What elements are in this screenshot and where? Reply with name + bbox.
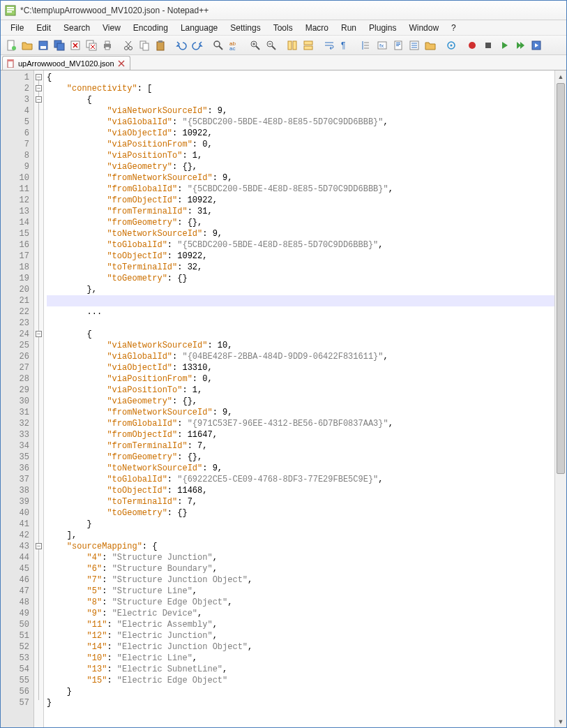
code-line[interactable]: "4": "Structure Junction", [47, 552, 566, 563]
code-line[interactable]: } [47, 697, 566, 708]
copy-icon[interactable] [137, 38, 152, 53]
menu-view[interactable]: View [97, 22, 126, 34]
record-macro-icon[interactable] [464, 38, 480, 53]
fold-toggle[interactable]: − [36, 74, 42, 80]
word-wrap-icon[interactable] [322, 38, 337, 53]
code-line[interactable]: "toGeometry": {} [47, 507, 566, 519]
fold-toggle[interactable]: − [36, 85, 42, 91]
indent-guide-icon[interactable] [358, 38, 374, 53]
code-line[interactable]: "toObjectId": 11468, [47, 485, 566, 496]
folder-icon[interactable] [423, 38, 438, 53]
code-line[interactable]: "toObjectId": 10922, [47, 251, 566, 262]
save-icon[interactable] [36, 38, 51, 53]
code-line[interactable]: "toNetworkSourceId": 9, [47, 463, 566, 474]
code-line[interactable]: "fromGlobalId": "{971C53E7-96EE-4312-BE5… [47, 418, 566, 429]
code-line[interactable]: "viaObjectId": 10922, [47, 128, 566, 139]
sync-h-icon[interactable] [301, 38, 316, 53]
code-line[interactable]: "viaGeometry": {}, [47, 396, 566, 407]
play-macro-icon[interactable] [497, 38, 512, 53]
code-line[interactable]: "connectivity": [ [47, 83, 566, 94]
code-line[interactable]: "viaPositionFrom": 0, [47, 373, 566, 385]
menu-edit[interactable]: Edit [31, 22, 56, 34]
menu-encoding[interactable]: Encoding [128, 22, 174, 34]
code-line[interactable]: "9": "Electric Device", [47, 608, 566, 619]
new-file-icon[interactable] [3, 38, 19, 53]
code-line[interactable]: "viaGlobalId": "{04BE428F-2BBA-484D-9DD9… [47, 351, 566, 362]
close-icon[interactable] [68, 38, 83, 53]
code-line[interactable]: "viaObjectId": 13310, [47, 362, 566, 373]
code-line[interactable]: "fromTerminalId": 7, [47, 440, 566, 452]
menu-[interactable]: ? [446, 22, 462, 34]
save-all-icon[interactable] [52, 38, 67, 53]
code-line[interactable] [47, 318, 566, 329]
code-line[interactable]: }, [47, 284, 566, 295]
scroll-down-icon[interactable]: ▼ [555, 715, 566, 727]
menu-file[interactable]: File [5, 22, 29, 34]
code-line[interactable]: "toGlobalId": "{69222CE5-CE09-4768-8DF3-… [47, 474, 566, 485]
fold-gutter[interactable]: −−−−− [34, 70, 44, 727]
code-line[interactable]: "11": "Electric Assembly", [47, 619, 566, 630]
code-line[interactable]: "12": "Electric Junction", [47, 630, 566, 641]
code-line[interactable]: { [47, 329, 566, 340]
code-line[interactable]: "viaGlobalId": "{5CBDC200-5BDE-4E8D-8E85… [47, 117, 566, 128]
scrollbar-vertical[interactable]: ▲ ▼ [554, 70, 566, 727]
code-line[interactable]: "14": "Electric Junction Object", [47, 641, 566, 653]
code-line[interactable]: "viaPositionFrom": 0, [47, 139, 566, 150]
code-line[interactable]: "fromObjectId": 10922, [47, 195, 566, 206]
code-line[interactable]: "fromNetworkSourceId": 9, [47, 172, 566, 184]
code-line[interactable]: "toGeometry": {} [47, 273, 566, 284]
zoom-out-icon[interactable] [264, 38, 279, 53]
cut-icon[interactable] [121, 38, 136, 53]
code-line[interactable]: "fromGlobalId": "{5CBDC200-5BDE-4E8D-8E8… [47, 184, 566, 195]
play-multi-icon[interactable] [513, 38, 528, 53]
code-line[interactable]: "toTerminalId": 7, [47, 496, 566, 507]
show-all-chars-icon[interactable]: ¶ [338, 38, 353, 53]
code-line[interactable]: "fromTerminalId": 31, [47, 206, 566, 217]
menu-window[interactable]: Window [403, 22, 444, 34]
code-line[interactable] [47, 295, 566, 306]
code-line[interactable]: "viaPositionTo": 1, [47, 385, 566, 396]
stop-macro-icon[interactable] [481, 38, 496, 53]
save-macro-icon[interactable] [529, 38, 544, 53]
func-list-icon[interactable] [407, 38, 422, 53]
fold-toggle[interactable]: − [36, 543, 42, 549]
paste-icon[interactable] [153, 38, 168, 53]
undo-icon[interactable] [174, 38, 189, 53]
scroll-thumb[interactable] [557, 83, 565, 474]
menu-tools[interactable]: Tools [268, 22, 298, 34]
menu-run[interactable]: Run [335, 22, 362, 34]
code-line[interactable]: "6": "Structure Boundary", [47, 563, 566, 574]
find-icon[interactable] [211, 38, 226, 53]
code-line[interactable]: "fromNetworkSourceId": 9, [47, 407, 566, 418]
code-line[interactable]: "sourceMapping": { [47, 541, 566, 552]
menu-plugins[interactable]: Plugins [363, 22, 402, 34]
file-tab[interactable]: upArrowwood_MV1020.json [2, 56, 130, 70]
code-line[interactable]: "fromObjectId": 11647, [47, 429, 566, 440]
scroll-up-icon[interactable]: ▲ [555, 70, 566, 82]
code-line[interactable]: "viaPositionTo": 1, [47, 150, 566, 161]
code-editor[interactable]: { "connectivity": [ { "viaNetworkSourceI… [44, 70, 566, 727]
menu-language[interactable]: Language [175, 22, 223, 34]
code-line[interactable]: "7": "Structure Junction Object", [47, 574, 566, 586]
code-line[interactable]: { [47, 72, 566, 83]
code-line[interactable]: } [47, 686, 566, 697]
code-line[interactable]: "viaGeometry": {}, [47, 161, 566, 172]
replace-icon[interactable]: abac [227, 38, 242, 53]
sync-v-icon[interactable] [285, 38, 300, 53]
menu-settings[interactable]: Settings [225, 22, 266, 34]
zoom-in-icon[interactable] [248, 38, 263, 53]
code-line[interactable]: "fromGeometry": {}, [47, 452, 566, 463]
code-line[interactable]: "13": "Electric SubnetLine", [47, 664, 566, 675]
code-line[interactable]: "8": "Structure Edge Object", [47, 597, 566, 608]
code-line[interactable]: "toNetworkSourceId": 9, [47, 228, 566, 239]
code-line[interactable]: "toTerminalId": 32, [47, 262, 566, 273]
code-line[interactable]: "fromGeometry": {}, [47, 217, 566, 228]
code-line[interactable]: "toGlobalId": "{5CBDC200-5BDE-4E8D-8E85-… [47, 239, 566, 251]
redo-icon[interactable] [190, 38, 205, 53]
code-line[interactable]: "10": "Electric Line", [47, 653, 566, 664]
close-all-icon[interactable] [84, 38, 99, 53]
code-line[interactable]: ], [47, 530, 566, 541]
menu-search[interactable]: Search [58, 22, 96, 34]
code-line[interactable]: "viaNetworkSourceId": 9, [47, 105, 566, 117]
open-file-icon[interactable] [20, 38, 35, 53]
